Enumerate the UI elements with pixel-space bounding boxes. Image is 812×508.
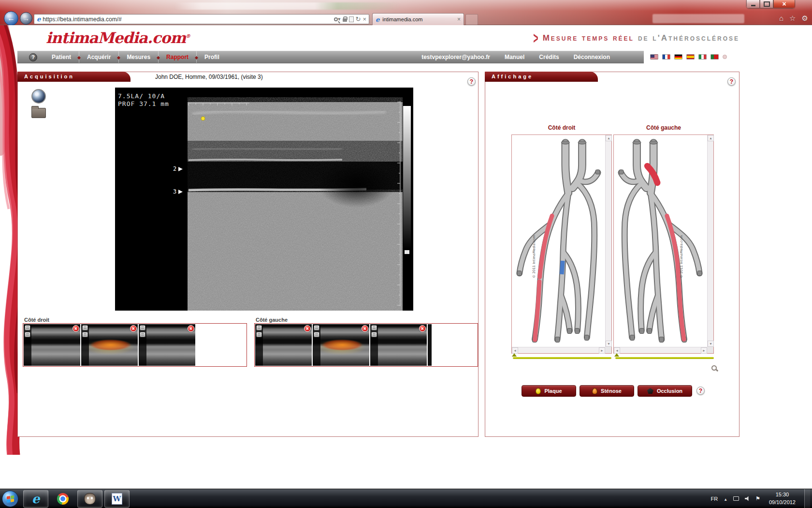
nav-help-icon[interactable]	[29, 53, 37, 61]
nav-item-mesures[interactable]: Mesures	[119, 51, 158, 63]
language-indicator[interactable]: FR	[710, 496, 718, 502]
thumbnail-tool-icon[interactable]	[256, 332, 262, 337]
thumbnail-tool-icon[interactable]	[25, 332, 30, 337]
logout-link[interactable]: Déconnexion	[574, 54, 610, 60]
diagram-vertical-scrollbar[interactable]	[707, 135, 713, 347]
nav-item-profil[interactable]: Profil	[197, 51, 227, 63]
favorites-icon[interactable]	[789, 14, 796, 23]
diagram-vertical-scrollbar[interactable]	[605, 135, 611, 347]
artery-diagram-left-side[interactable]: © 2011 IntimaMedia.com	[614, 135, 707, 346]
delete-thumbnail-icon[interactable]	[188, 325, 194, 332]
scroll-down-icon[interactable]	[708, 341, 714, 347]
thumbnail-tool-icon[interactable]	[256, 325, 262, 330]
compatibility-view-icon[interactable]	[349, 16, 354, 22]
thumbnail-tool-icon[interactable]	[82, 325, 88, 330]
scroll-down-icon[interactable]	[606, 341, 612, 347]
de-flag-icon[interactable]	[674, 54, 682, 60]
thumbnail-image[interactable]	[370, 324, 427, 366]
thumbnail[interactable]	[370, 324, 427, 366]
start-button[interactable]	[2, 491, 18, 507]
search-icon[interactable]	[334, 16, 341, 22]
delete-thumbnail-icon[interactable]	[419, 325, 426, 332]
taskbar-word-button[interactable]: W	[104, 490, 130, 508]
thumbnail-image-doppler[interactable]	[81, 324, 138, 366]
scroll-up-icon[interactable]	[708, 135, 714, 141]
thumbnail-tool-icon[interactable]	[371, 332, 377, 337]
delete-thumbnail-icon[interactable]	[130, 325, 137, 332]
measure-point-marker[interactable]	[201, 117, 205, 120]
close-button[interactable]	[773, 0, 795, 8]
address-bar[interactable]: e https://beta.intimamedia.com/#	[34, 14, 369, 24]
maximize-button[interactable]	[760, 0, 773, 8]
thumbnail[interactable]	[255, 324, 312, 366]
site-logo[interactable]: intimaMedia.com®	[46, 29, 190, 46]
nav-item-rapport[interactable]: Rapport	[159, 51, 196, 63]
thumbnail-tool-icon[interactable]	[371, 325, 377, 330]
vessel-segment-blue[interactable]	[562, 261, 563, 274]
thumbnail-image-doppler[interactable]	[313, 324, 369, 366]
us-flag-icon[interactable]	[650, 54, 658, 60]
tools-gear-icon[interactable]	[802, 14, 808, 23]
thumbnail-image[interactable]	[255, 324, 312, 366]
volume-tray-icon[interactable]	[745, 496, 750, 501]
thumbnail-tool-icon[interactable]	[140, 332, 145, 337]
thumbnail-tool-icon[interactable]	[25, 325, 30, 330]
pt-flag-icon[interactable]	[710, 54, 719, 60]
new-tab-button[interactable]	[465, 14, 478, 25]
it-flag-icon[interactable]	[698, 54, 707, 60]
thumbnail-tool-icon[interactable]	[314, 325, 319, 330]
acquisition-help-icon[interactable]	[467, 77, 476, 86]
hidden-icons-button[interactable]	[724, 496, 727, 502]
delete-thumbnail-icon[interactable]	[304, 325, 311, 332]
thumbnail[interactable]	[139, 324, 195, 366]
taskbar-gimp-button[interactable]	[77, 490, 102, 508]
thumbnail-tool-icon[interactable]	[314, 332, 319, 337]
thumbnail-tool-icon[interactable]	[140, 325, 145, 330]
credits-link[interactable]: Crédits	[539, 54, 559, 60]
stop-icon[interactable]	[362, 15, 366, 23]
stenose-button[interactable]: Sténose	[580, 385, 634, 397]
zoom-slider-left[interactable]	[615, 357, 714, 359]
thumbnail[interactable]	[313, 324, 369, 366]
tab-title[interactable]: intimamedia.com	[382, 16, 454, 22]
occlusion-button[interactable]: Occlusion	[638, 385, 692, 397]
thumbnail-image[interactable]	[24, 324, 80, 366]
url-text[interactable]: https://beta.intimamedia.com/#	[43, 16, 332, 23]
taskbar-chrome-button[interactable]	[50, 490, 75, 508]
clock[interactable]: 15:30 09/10/2012	[766, 491, 798, 507]
camera-capture-icon[interactable]	[31, 89, 46, 104]
fr-flag-icon[interactable]	[662, 54, 670, 60]
delete-thumbnail-icon[interactable]	[72, 325, 79, 332]
thumbnail[interactable]	[81, 324, 138, 366]
thumbnail[interactable]	[24, 324, 80, 366]
diagram-horizontal-scrollbar[interactable]	[512, 347, 605, 353]
delete-thumbnail-icon[interactable]	[362, 325, 368, 332]
zoom-slider-right[interactable]	[513, 357, 611, 359]
minimize-button[interactable]	[746, 0, 760, 8]
manuel-link[interactable]: Manuel	[505, 54, 524, 60]
es-flag-icon[interactable]	[686, 54, 695, 60]
home-icon[interactable]	[779, 14, 783, 23]
ultrasound-viewport[interactable]: 7.5LA/ 10/A PROF 37.1 mm 2 3	[115, 88, 413, 311]
scroll-right-icon[interactable]	[599, 347, 605, 354]
thumbnail-image[interactable]	[139, 324, 195, 366]
thumbnail-tool-icon[interactable]	[82, 332, 88, 337]
action-center-icon[interactable]	[755, 495, 760, 502]
diagram-horizontal-scrollbar[interactable]	[614, 347, 707, 353]
affichage-help-icon[interactable]	[727, 77, 736, 86]
browser-tab[interactable]: e intimamedia.com	[372, 13, 464, 25]
show-desktop-button[interactable]	[804, 489, 810, 508]
display-tray-icon[interactable]	[733, 496, 739, 501]
plaque-button[interactable]: Plaque	[522, 385, 576, 397]
legend-help-icon[interactable]	[696, 387, 705, 395]
folder-open-icon[interactable]	[31, 108, 46, 118]
refresh-icon[interactable]	[356, 15, 361, 23]
back-button[interactable]	[4, 11, 18, 26]
forward-button[interactable]	[20, 12, 32, 25]
scroll-up-icon[interactable]	[606, 135, 612, 141]
artery-diagram-right-side[interactable]: © 2011 IntimaMedia.com	[512, 135, 605, 346]
nav-item-acquerir[interactable]: Acquérir	[79, 51, 118, 63]
magnifier-icon[interactable]	[711, 365, 718, 372]
window-titlebar[interactable]	[0, 0, 812, 13]
tab-close-icon[interactable]	[457, 16, 461, 23]
